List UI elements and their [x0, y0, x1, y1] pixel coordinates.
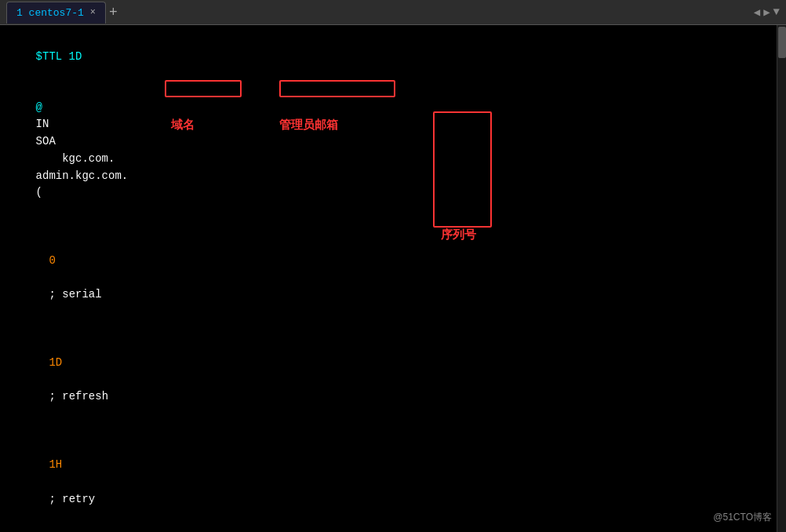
in-keyword: IN [36, 118, 63, 130]
serial-number: 0 [49, 254, 55, 267]
serial-line: 0 ; serial [9, 219, 777, 321]
domain-value: kgc.com. [36, 152, 141, 165]
tab-close-button[interactable]: × [90, 7, 96, 18]
arrow-down-icon[interactable]: ▼ [773, 5, 780, 19]
line-soa: @ IN SOA kgc.com. admin.kgc.com. ( [9, 82, 777, 219]
soa-keyword: SOA [36, 135, 56, 148]
ttl-text: $TTL 1D [36, 50, 82, 63]
scrollbar-thumb[interactable] [778, 27, 786, 58]
new-tab-button[interactable]: + [109, 5, 118, 20]
serial-comment: ; serial [49, 288, 101, 301]
numbers-block: 0 ; serial 1D ; refresh 1H ; retry 1W ; … [9, 219, 777, 532]
refresh-line: 1D ; refresh [9, 321, 777, 423]
at-sign: @ [36, 101, 96, 114]
tab-label: 1 centos7-1 [16, 7, 84, 19]
scrollbar[interactable] [777, 25, 786, 532]
terminal-tab[interactable]: 1 centos7-1 × [6, 2, 106, 24]
line-ttl: $TTL 1D [9, 31, 777, 82]
open-paren: ( [36, 186, 42, 199]
arrow-right-icon[interactable]: ▶ [763, 5, 770, 19]
title-bar: 1 centos7-1 × + ◀ ▶ ▼ [0, 0, 786, 25]
expire-line: 1W ; expire [9, 525, 777, 532]
watermark: @51CTO博客 [713, 511, 772, 524]
retry-comment: ; retry [49, 493, 95, 505]
arrow-left-icon[interactable]: ◀ [754, 5, 760, 19]
nav-arrows: ◀ ▶ ▼ [754, 5, 780, 19]
retry-line: 1H ; retry [9, 423, 777, 525]
terminal-area[interactable]: $TTL 1D @ IN SOA kgc.com. admin.kgc.com.… [0, 25, 786, 532]
admin-value: admin.kgc.com. [36, 169, 135, 182]
retry-number: 1H [49, 458, 62, 471]
refresh-number: 1D [49, 356, 62, 369]
refresh-comment: ; refresh [49, 390, 108, 403]
